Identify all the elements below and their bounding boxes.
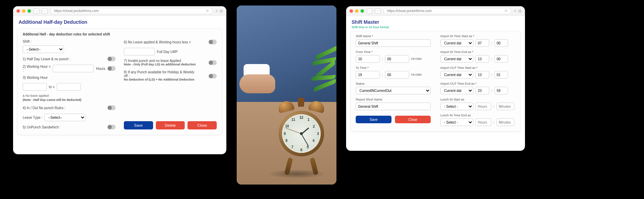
hours-suffix: Hours (96, 67, 105, 71)
lunch-in-end-minutes[interactable] (496, 118, 514, 126)
rule-2-toggle[interactable] (107, 66, 116, 71)
rule-6-toggle[interactable] (208, 40, 217, 44)
shift-name-label: Shift Name * (356, 34, 431, 38)
reload-icon[interactable]: ⟳ (505, 9, 507, 13)
lunch-in-start-label: Lunch IN Start as (440, 98, 515, 101)
close-button[interactable]: Close (395, 116, 431, 123)
hhmm-label: HH:MM (411, 73, 422, 76)
leave-type-select[interactable]: --Select-- (44, 114, 86, 121)
lunch-in-end-select[interactable]: - Select - (440, 118, 473, 126)
lunch-in-start-minutes[interactable] (496, 103, 514, 110)
to-min-input[interactable] (385, 71, 409, 78)
rule-6-value-input[interactable] (124, 48, 155, 55)
minimize-icon[interactable] (355, 9, 358, 13)
to-time-label: To Time * (356, 66, 431, 70)
import-out-end-label: Import OUT Time End as * (440, 82, 515, 85)
rule-5-toggle[interactable] (107, 125, 116, 129)
import-in-start-date-select[interactable]: Current date (440, 39, 473, 47)
expand-icon[interactable]: ⧉ (220, 9, 223, 13)
delete-button[interactable]: Delete (156, 121, 185, 129)
rule-1-toggle[interactable] (107, 56, 116, 61)
import-out-start-label: Import OUT Time Start as * (440, 66, 515, 70)
rule-8-toggle[interactable] (208, 74, 217, 78)
url-bar[interactable]: https://cloud.pockethrms.com ⟳ (50, 8, 213, 14)
new-tab-icon[interactable]: + (215, 9, 218, 13)
expand-icon[interactable]: ⧉ (518, 9, 522, 13)
rule-5-label: 5) UnPunch Sandwhich : (23, 125, 61, 129)
import-out-end-hour[interactable] (475, 87, 489, 94)
reload-icon[interactable]: ⟳ (206, 9, 209, 13)
browser-chrome: ‹ › https://cloud.pockethrms.com ⟳ + ⧉ (13, 6, 226, 16)
close-button[interactable]: Close (187, 121, 217, 129)
rule-2-label: 2) Working Hour < : (23, 65, 51, 72)
colon-separator: : (382, 73, 383, 77)
url-text: https://cloud.pockethrms.com (387, 9, 432, 13)
colon-separator: : (382, 57, 383, 61)
shift-form-card: Shift Name * From Time * : HH:MM To Time… (350, 31, 521, 132)
colon-separator: : (491, 57, 492, 61)
nav-back-button[interactable]: ‹ (367, 8, 372, 14)
import-out-end-date-select[interactable]: Current date (440, 87, 473, 94)
lunch-in-end-label: Lunch IN Time End as (440, 114, 515, 117)
url-bar[interactable]: https://cloud.pockethrms.com ⟳ (383, 8, 511, 14)
colon-separator: : (493, 105, 494, 108)
import-in-start-label: Import IN Time Start as * (440, 34, 515, 38)
from-hour-input[interactable] (356, 55, 380, 63)
deduction-card: Additonal Half - day deduction rules for… (17, 28, 222, 135)
rule-4-toggle[interactable] (107, 105, 116, 110)
shift-select[interactable]: --Select-- (23, 45, 64, 53)
minimize-icon[interactable] (22, 9, 25, 13)
from-time-label: From Time * (356, 50, 431, 54)
rule-1-label: 1) Half Day Leave & no punch : (23, 57, 71, 61)
window-halfday-deduction: ‹ › https://cloud.pockethrms.com ⟳ + ⧉ A… (13, 6, 226, 154)
from-min-input[interactable] (385, 55, 409, 63)
rule-3-from-input[interactable] (23, 83, 47, 91)
rule-4-label: 4) In / Out No punch Rules : (23, 106, 65, 110)
format-note: Shift time in 24 hour format (346, 25, 525, 31)
nav-forward-button[interactable]: › (42, 8, 47, 14)
hhmm-label: HH:MM (411, 57, 422, 61)
rule-3-note-b: (Note - Half Day Leave will be deducted) (23, 98, 116, 102)
maximize-icon[interactable] (28, 9, 31, 13)
import-in-end-date-select[interactable]: Current date (440, 55, 473, 63)
status-select[interactable]: CurrentINCurrentOut (356, 87, 431, 94)
status-label: Status (356, 82, 431, 85)
new-tab-icon[interactable]: + (514, 9, 516, 13)
page-title: Shift Master (346, 16, 525, 25)
alarm-clock-icon: 12123 4567 891011 (274, 99, 329, 175)
lunch-in-start-select[interactable]: - Select - (440, 103, 473, 110)
to-label: to < (49, 85, 55, 89)
rule-7-toggle[interactable] (208, 60, 217, 65)
to-hour-input[interactable] (356, 71, 380, 78)
import-in-end-min[interactable] (494, 55, 508, 63)
close-icon[interactable] (17, 9, 20, 13)
rule-3-to-input[interactable] (57, 83, 81, 91)
import-in-start-min[interactable] (494, 39, 508, 47)
import-out-end-min[interactable] (494, 87, 508, 94)
nav-back-button[interactable]: ‹ (34, 8, 39, 14)
nav-forward-button[interactable]: › (375, 8, 380, 14)
report-short-name-input[interactable] (356, 103, 431, 110)
rule-3-label: 3) Working Hour (23, 76, 116, 80)
import-in-start-hour[interactable] (475, 39, 489, 47)
rule-2-hours-input[interactable] (53, 65, 94, 72)
shift-name-input[interactable] (356, 39, 431, 47)
page-title: Additional Half-day Deduction (13, 16, 226, 28)
full-day-lwp-label: Full Day LWP (157, 50, 178, 54)
import-out-start-min[interactable] (494, 71, 508, 78)
close-icon[interactable] (350, 9, 353, 13)
lunch-in-start-hours[interactable] (475, 103, 491, 110)
rule-3-note-a: & No leave applied (23, 94, 116, 98)
import-in-end-hour[interactable] (475, 55, 489, 63)
url-text: https://cloud.pockethrms.com (54, 9, 99, 13)
colon-separator: : (491, 89, 492, 93)
import-out-start-hour[interactable] (475, 71, 489, 78)
import-out-start-date-select[interactable]: Current date (440, 71, 473, 78)
leave-type-label: Leave Type : (23, 116, 42, 119)
decorative-photo: 12123 4567 891011 (237, 6, 336, 185)
save-button[interactable]: Save (356, 116, 391, 123)
import-in-end-label: Import IN Time End as * (440, 50, 515, 54)
lunch-in-end-hours[interactable] (475, 118, 491, 126)
save-button[interactable]: Save (124, 121, 153, 129)
maximize-icon[interactable] (361, 9, 364, 13)
